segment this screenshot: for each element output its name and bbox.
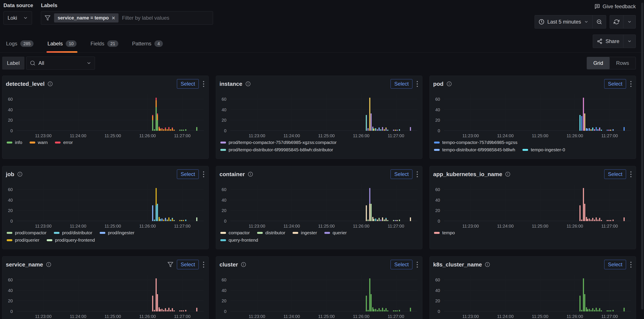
info-icon[interactable] [248,172,253,177]
datasource-picker[interactable]: Loki [4,11,32,25]
bar [170,310,171,312]
legend-item[interactable]: prod/query-frontend [47,238,95,243]
tab-patterns[interactable]: Patterns 4 [131,40,164,52]
scrollbar-thumb[interactable] [641,2,643,310]
panel-title: container [220,171,245,178]
info-icon[interactable] [246,81,251,86]
label-filter-input[interactable]: service_name = tempo × Filter by label v… [41,11,213,25]
view-toggle: Grid Rows [587,57,636,69]
bar [368,220,369,221]
refresh-interval-dropdown[interactable] [623,15,636,28]
legend-item[interactable]: prod/compactor [7,230,46,235]
bar [370,204,372,221]
filter-chip[interactable]: service_name = tempo × [54,13,118,22]
time-range-picker[interactable]: Last 5 minutes [535,15,592,28]
legend-item[interactable]: tempo [434,230,455,235]
bar-segment [170,310,171,312]
x-tick-label: 11:24:00 [70,314,86,319]
active-filter-icon[interactable] [168,262,174,268]
legend-item[interactable]: prod/querier [7,238,39,243]
legend-label: prod/query-frontend [55,238,95,243]
info-icon[interactable] [446,81,452,86]
panel-menu-icon[interactable] [630,261,632,269]
panel-menu-icon[interactable] [416,261,419,269]
refresh-button[interactable] [610,15,623,28]
legend-item[interactable]: tempo-compactor-757d9b6985-xgzss [434,140,518,145]
select-button[interactable]: Select [177,169,199,179]
select-button[interactable]: Select [177,79,199,89]
legend-item[interactable]: querier [324,230,347,235]
bar [172,308,173,312]
select-button[interactable]: Select [604,79,626,89]
panel-menu-icon[interactable] [630,80,632,88]
bar-segment [185,310,186,312]
info-icon[interactable] [505,172,510,177]
panel-menu-icon[interactable] [416,170,419,179]
info-icon[interactable] [485,262,490,267]
x-tick-label: 11:23:00 [462,224,479,229]
info-icon[interactable] [241,262,246,267]
legend-item[interactable]: query-frontend [220,238,258,243]
info-icon[interactable] [46,262,51,267]
legend-item[interactable]: prod/ingester [100,230,134,235]
panel-menu-icon[interactable] [416,80,419,88]
bar [379,308,380,312]
bar-segment [594,220,595,221]
panel-menu-icon[interactable] [202,80,205,88]
legend-item[interactable]: error [55,140,73,145]
select-button[interactable]: Select [177,260,199,269]
view-toggle-rows[interactable]: Rows [610,57,636,69]
bar-segment [372,217,373,221]
panel-title: instance [220,81,242,87]
select-button[interactable]: Select [390,79,412,89]
legend-row: tempo-distributor-6f99985845-b8lwhtempo-… [434,147,632,152]
bar [587,219,588,221]
y-axis: 0204060 [220,94,228,131]
panel-k8s_cluster_name: k8s_cluster_name Select 0204060 11:23:00… [430,256,636,319]
chart: 0204060 11:23:0011:24:0011:25:0011:26:00… [220,94,419,152]
bar [592,127,594,131]
tab-logs[interactable]: Logs 285 [5,40,34,52]
scrollbar[interactable] [641,0,644,319]
legend-item[interactable]: compactor [220,230,250,235]
share-button[interactable]: Share [593,35,623,48]
label-search-select[interactable]: All [26,57,95,70]
tab-logs-count: 285 [20,40,34,47]
panel-title: app_kubernetes_io_name [433,171,502,178]
x-tick-label: 11:24:00 [284,224,300,229]
bar-segment [410,308,411,312]
legend-item[interactable]: info [7,140,22,145]
info-icon[interactable] [48,81,53,86]
view-toggle-grid[interactable]: Grid [587,57,610,69]
panel-menu-icon[interactable] [202,170,205,179]
legend-item[interactable]: prod/tempo-compactor-757d9b6985-xgzss:co… [220,140,337,145]
give-feedback-link[interactable]: Give feedback [594,2,636,11]
tab-fields[interactable]: Fields 21 [90,40,119,52]
bar-segment [158,127,160,131]
share-dropdown[interactable] [623,35,636,48]
bar-segment [172,219,173,221]
panel-menu-icon[interactable] [630,170,632,179]
legend-item[interactable]: tempo-distributor-6f99985845-b8lwh [434,147,515,152]
select-button[interactable]: Select [390,260,412,269]
bar [382,308,383,312]
zoom-out-button[interactable] [592,15,606,28]
panel-menu-icon[interactable] [202,261,205,269]
bar-segment [375,128,376,131]
select-button[interactable]: Select [604,260,626,269]
info-icon[interactable] [17,172,22,177]
tab-patterns-label: Patterns [132,41,152,47]
x-tick-label: 11:24:00 [497,133,514,138]
legend-item[interactable]: prod/tempo-distributor-6f99985845-b8lwh:… [220,147,333,152]
legend-item[interactable]: ingester [292,230,317,235]
tab-labels[interactable]: Labels 10 [46,40,78,52]
legend-item[interactable]: warn [30,140,48,145]
remove-filter-icon[interactable]: × [112,15,115,21]
select-button[interactable]: Select [390,169,412,179]
legend-item[interactable]: prod/distributor [54,230,92,235]
gridline [17,290,204,291]
legend-item[interactable]: distributor [257,230,285,235]
bar-segment [399,220,400,221]
legend-item[interactable]: tempo-ingester-0 [522,147,565,152]
select-button[interactable]: Select [604,169,626,179]
